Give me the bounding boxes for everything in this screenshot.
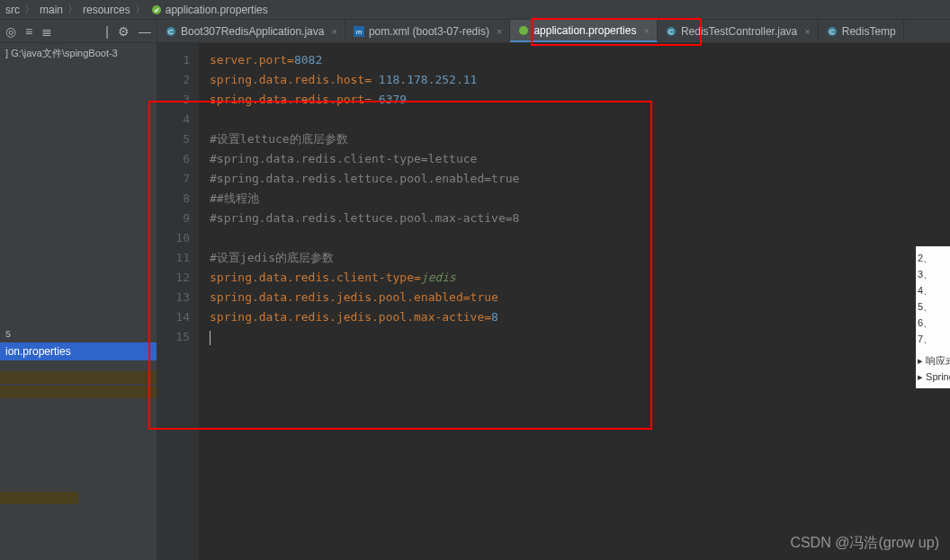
project-toolbar: ◎ ≡ ≣ | ⚙ — — [0, 20, 157, 42]
line-number: 6 — [157, 149, 190, 169]
code-line[interactable]: spring.data.redis.host= 118.178.252.11 — [210, 70, 950, 90]
line-number: 14 — [157, 307, 190, 327]
line-number: 2 — [157, 70, 190, 90]
line-number: 3 — [157, 90, 190, 110]
close-icon[interactable]: × — [643, 25, 649, 36]
watermark: CSDN @冯浩(grow up) — [790, 534, 939, 553]
highlight-bar — [0, 492, 78, 504]
line-number: 4 — [157, 110, 190, 129]
tab-redis-test-controller[interactable]: C RedisTestController.java × — [658, 20, 819, 42]
tab-label: RedisTemp — [842, 25, 896, 38]
outline-item[interactable]: 4、 — [918, 282, 948, 298]
target-icon[interactable]: ◎ — [5, 24, 16, 39]
highlight-bar — [0, 386, 157, 398]
tree-item-selected[interactable]: ion.properties — [0, 342, 157, 360]
outline-item[interactable]: ▸ 响应式 — [918, 352, 948, 369]
spring-icon — [150, 4, 163, 16]
tab-label: application.properties — [533, 24, 636, 37]
divider: | — [105, 24, 109, 39]
text-caret — [210, 331, 211, 345]
java-class-icon: C — [826, 25, 838, 38]
breadcrumb-item[interactable]: main — [40, 4, 63, 16]
project-sidebar[interactable]: ] G:\java文件\spingBoot-3 s ion.properties — [0, 43, 157, 560]
code-line[interactable]: spring.data.redis.port= 6379 — [210, 90, 950, 110]
code-area[interactable]: server.port=8082spring.data.redis.host= … — [199, 43, 950, 560]
code-line[interactable] — [210, 110, 950, 129]
code-line[interactable]: #设置jedis的底层参数 — [210, 248, 950, 268]
code-line[interactable] — [210, 327, 950, 347]
chevron-right-icon: 〉 — [67, 2, 78, 17]
svg-text:C: C — [829, 28, 835, 36]
code-line[interactable]: spring.data.redis.client-type=jedis — [210, 268, 950, 288]
outline-item[interactable]: 5、 — [918, 298, 948, 315]
code-line[interactable]: #设置lettuce的底层参数 — [210, 129, 950, 149]
line-number: 8 — [157, 189, 190, 209]
line-number: 9 — [157, 209, 190, 228]
code-line[interactable]: #spring.data.redis.client-type=lettuce — [210, 149, 950, 169]
hide-icon[interactable]: — — [139, 24, 151, 39]
tab-label: pom.xml (boot3-07-redis) — [369, 25, 489, 38]
code-line[interactable]: spring.data.redis.jedis.pool.max-active=… — [210, 307, 950, 327]
code-line[interactable]: spring.data.redis.jedis.pool.enabled=tru… — [210, 288, 950, 307]
tab-application-properties[interactable]: application.properties × — [510, 20, 658, 42]
expand-icon[interactable]: ≡ — [25, 24, 32, 39]
code-line[interactable] — [210, 228, 950, 248]
tab-boot-application[interactable]: C Boot307RedisApplication.java × — [157, 20, 345, 42]
gear-icon[interactable]: ⚙ — [118, 24, 130, 39]
right-outline-panel[interactable]: 2、 3、 4、 5、 6、 7、 ▸ 响应式 ▸ SpringB — [916, 246, 950, 388]
line-number: 13 — [157, 288, 190, 307]
line-gutter: 123456789101112131415 — [157, 43, 199, 560]
close-icon[interactable]: × — [331, 26, 336, 37]
close-icon[interactable]: × — [497, 26, 502, 37]
tab-label: Boot307RedisApplication.java — [181, 25, 324, 38]
breadcrumb-item[interactable]: src — [5, 4, 20, 16]
svg-text:C: C — [168, 28, 174, 36]
java-class-icon: C — [665, 25, 677, 38]
code-line[interactable]: ##线程池 — [210, 189, 950, 209]
svg-point-0 — [152, 5, 161, 14]
line-number: 15 — [157, 327, 190, 347]
chevron-right-icon: 〉 — [24, 2, 35, 17]
svg-text:C: C — [668, 28, 674, 36]
line-number: 1 — [157, 50, 190, 70]
toolbar: ◎ ≡ ≣ | ⚙ — C Boot307RedisApplication.ja… — [0, 20, 950, 43]
close-icon[interactable]: × — [804, 26, 810, 37]
highlight-bar — [0, 371, 157, 384]
code-line[interactable]: #spring.data.redis.lettuce.pool.max-acti… — [210, 209, 950, 228]
outline-item[interactable]: 6、 — [918, 315, 948, 331]
project-path: ] G:\java文件\spingBoot-3 — [0, 43, 157, 64]
breadcrumb-item[interactable]: resources — [83, 4, 130, 16]
tree-item[interactable]: s — [0, 324, 157, 342]
line-number: 7 — [157, 169, 190, 189]
collapse-icon[interactable]: ≣ — [41, 24, 52, 39]
maven-icon: m — [353, 25, 365, 38]
tab-pom-xml[interactable]: m pom.xml (boot3-07-redis) × — [345, 20, 510, 42]
java-class-icon: C — [165, 25, 177, 38]
breadcrumb-item[interactable]: application.properties — [166, 4, 268, 16]
code-line[interactable]: #spring.data.redis.lettuce.pool.enabled=… — [210, 169, 950, 189]
svg-text:m: m — [356, 28, 363, 36]
line-number: 11 — [157, 248, 190, 268]
tab-redis-temp[interactable]: C RedisTemp — [819, 20, 904, 42]
spring-icon — [517, 24, 530, 37]
line-number: 5 — [157, 129, 190, 149]
outline-item[interactable]: 7、 — [918, 331, 948, 347]
editor-tabs: C Boot307RedisApplication.java × m pom.x… — [157, 20, 950, 42]
outline-item[interactable]: 3、 — [918, 266, 948, 282]
line-number: 12 — [157, 268, 190, 288]
breadcrumb-bar: src 〉 main 〉 resources 〉 application.pro… — [0, 0, 950, 20]
line-number: 10 — [157, 228, 190, 248]
code-line[interactable]: server.port=8082 — [210, 50, 950, 70]
code-editor[interactable]: 123456789101112131415 server.port=8082sp… — [157, 43, 950, 560]
outline-item[interactable]: 2、 — [918, 250, 948, 266]
svg-point-5 — [519, 26, 528, 35]
chevron-right-icon: 〉 — [135, 2, 146, 17]
tab-label: RedisTestController.java — [681, 25, 797, 38]
outline-item[interactable]: ▸ SpringB — [918, 369, 948, 385]
